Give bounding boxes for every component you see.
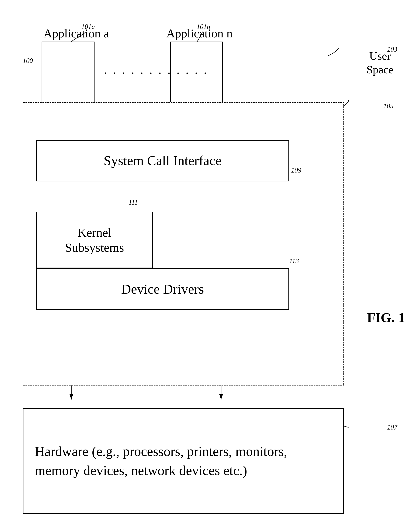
ref-109: 109 <box>291 166 301 174</box>
ref-111: 111 <box>129 198 138 206</box>
ref-103: 103 <box>387 45 397 53</box>
fig-label: FIG. 1 <box>367 310 405 325</box>
hardware-box: Hardware (e.g., processors, printers, mo… <box>23 408 344 514</box>
ref-101a: 101a <box>81 23 95 31</box>
system-call-interface-label: System Call Interface <box>104 153 222 169</box>
ref-113: 113 <box>289 257 299 265</box>
dots-separator: · · · · · · · · · · · · <box>104 66 208 80</box>
device-drivers-box: Device Drivers <box>36 268 289 310</box>
kernel-subsystems-box: KernelSubsystems <box>36 212 153 268</box>
system-call-interface-box: System Call Interface <box>36 140 289 181</box>
ref-107: 107 <box>387 423 397 431</box>
ref-105: 105 <box>383 102 393 110</box>
app-a-box <box>42 42 94 106</box>
hardware-label: Hardware (e.g., processors, printers, mo… <box>35 442 332 480</box>
device-drivers-label: Device Drivers <box>121 281 204 297</box>
kernel-subsystems-label: KernelSubsystems <box>65 225 124 255</box>
ref-100: 100 <box>23 57 33 65</box>
app-a-label: Application a <box>44 27 109 40</box>
ref-101n: 101n <box>196 23 210 31</box>
